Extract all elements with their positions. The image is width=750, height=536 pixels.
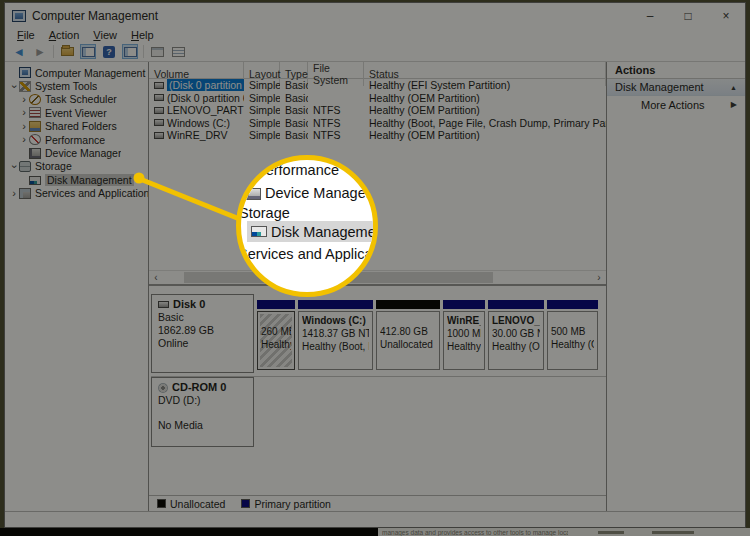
callout-magnifier-circle: Performance Device Manager Storage Disk … bbox=[236, 155, 378, 297]
magnified-device-manager: Device Manager bbox=[265, 183, 371, 203]
magnified-disk-management: Disk Management bbox=[271, 222, 378, 242]
magnified-services-and-applications: Services and Applications bbox=[238, 244, 378, 264]
device-manager-icon bbox=[245, 188, 261, 200]
screen: Computer Management – □ × File Action Vi… bbox=[0, 0, 750, 536]
magnified-storage: Storage bbox=[239, 203, 290, 223]
dim-overlay bbox=[0, 0, 750, 536]
disk-management-icon bbox=[251, 226, 267, 237]
